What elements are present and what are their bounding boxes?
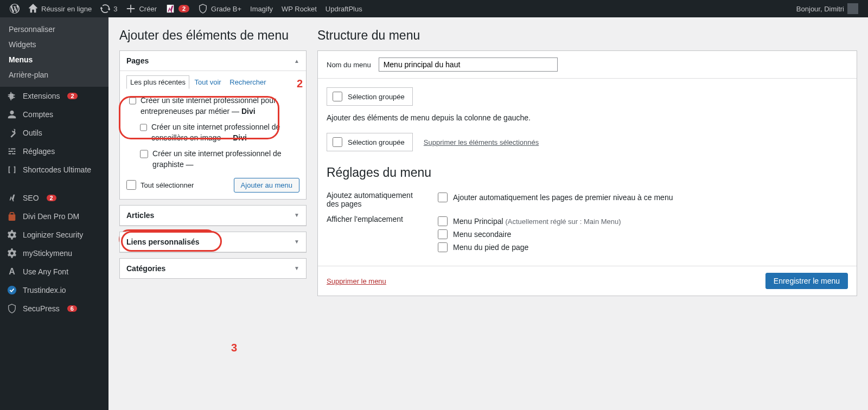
loc-checkbox[interactable] — [438, 216, 448, 226]
page-list[interactable]: Créer un site internet professionnel pou… — [126, 92, 299, 174]
articles-panel-head[interactable]: Articles▼ — [120, 206, 306, 226]
extensions-count: 2 — [67, 93, 77, 99]
pages-panel-head[interactable]: Pages▲ — [120, 51, 306, 71]
sidebar-reglages[interactable]: Réglages — [0, 142, 108, 161]
page-item[interactable]: Créer un site internet professionnel de … — [127, 146, 299, 172]
sidebar-loginizer[interactable]: Loginizer Security — [0, 226, 108, 244]
avatar — [847, 3, 858, 14]
collapse-icon: ▲ — [294, 58, 299, 64]
sidebar-personnaliser[interactable]: Personnaliser — [0, 22, 108, 37]
sidebar-outils[interactable]: Outils — [0, 124, 108, 142]
tab-search[interactable]: Rechercher — [226, 76, 269, 88]
yoast[interactable]: 2 — [161, 0, 194, 17]
loc-checkbox[interactable] — [438, 229, 448, 239]
delete-selected-link[interactable]: Supprimer les éléments sélectionnés — [424, 138, 539, 146]
sidebar-trustindex[interactable]: Trustindex.io — [0, 281, 108, 299]
group-selection-2[interactable]: Sélection groupée — [327, 133, 413, 151]
sidebar-seo[interactable]: SEO2 — [0, 189, 108, 207]
annotation-3: 3 — [231, 342, 237, 354]
sidebar-extensions[interactable]: Extensions2 — [0, 87, 108, 105]
auto-add-label: Ajoutez automatiquement des pages — [327, 191, 422, 208]
loc-option-3[interactable]: Menu du pied de page — [438, 241, 848, 254]
create-label: Créer — [139, 5, 157, 13]
yoast-icon — [165, 4, 175, 14]
gear-icon — [7, 248, 17, 258]
sidebar-shortcodes[interactable]: Shortcodes Ultimate — [0, 161, 108, 179]
categories-panel: Catégories▼ — [119, 258, 307, 279]
admin-sidebar: Personnaliser Widgets Menus Arrière-plan… — [0, 17, 108, 410]
auto-add-checkbox[interactable] — [438, 193, 448, 202]
select-all[interactable]: Tout sélectionner — [126, 180, 194, 190]
pages-panel: Pages▲ Les plus récentes Tout voir Reche… — [119, 50, 307, 200]
page-checkbox[interactable] — [140, 123, 147, 132]
select-all-checkbox[interactable] — [126, 180, 136, 190]
sidebar-arriere-plan[interactable]: Arrière-plan — [0, 67, 108, 82]
loc-option-2[interactable]: Menu secondaire — [438, 228, 848, 241]
tab-recent[interactable]: Les plus récentes — [126, 75, 189, 89]
menu-box: Nom du menu Sélection groupée Ajouter de… — [317, 50, 857, 296]
updates-count: 3 — [113, 5, 117, 13]
hint-text: Ajouter des éléments de menu depuis la c… — [327, 113, 848, 122]
location-label: Afficher l'emplacement — [327, 215, 422, 223]
group-selection[interactable]: Sélection groupée — [327, 87, 413, 106]
loc-option-1[interactable]: Menu Principal (Actuellement réglé sur :… — [438, 215, 848, 228]
page-item[interactable]: Créer un site internet professionnel pou… — [127, 93, 299, 119]
brackets-icon — [7, 165, 17, 175]
site-name: Réussir en ligne — [41, 5, 92, 13]
imagify[interactable]: Imagify — [246, 0, 277, 17]
tab-all[interactable]: Tout voir — [192, 76, 225, 88]
yoast-icon — [7, 193, 17, 203]
grade-label: Grade B+ — [211, 5, 241, 13]
plugin-icon — [7, 91, 17, 101]
group-checkbox[interactable] — [333, 92, 342, 101]
wordpress-icon — [10, 4, 20, 14]
auto-add-option[interactable]: Ajouter automatiquement les pages de pre… — [438, 191, 848, 204]
articles-panel: Articles▼ — [119, 205, 307, 226]
links-panel-head[interactable]: Liens personnalisés▼ — [120, 232, 306, 252]
categories-panel-head[interactable]: Catégories▼ — [120, 259, 306, 278]
save-menu-button[interactable]: Enregistrer le menu — [765, 273, 848, 289]
sidebar-useanyfont[interactable]: AUse Any Font — [0, 262, 108, 281]
structure-title: Structure du menu — [317, 17, 857, 50]
expand-icon: ▼ — [294, 265, 299, 271]
updraft[interactable]: UpdraftPlus — [321, 0, 367, 17]
menu-name-label: Nom du menu — [327, 61, 371, 69]
site-home[interactable]: Réussir en ligne — [24, 0, 96, 17]
sidebar-menus[interactable]: Menus — [0, 52, 108, 67]
page-checkbox[interactable] — [129, 96, 136, 106]
annotation-2: 2 — [297, 78, 303, 90]
updates[interactable]: 3 — [96, 0, 122, 17]
shield-icon — [7, 304, 17, 313]
sidebar-sticky[interactable]: myStickymenu — [0, 244, 108, 262]
bag-icon — [7, 212, 17, 221]
loc-checkbox[interactable] — [438, 242, 448, 252]
shield[interactable]: Grade B+ — [194, 0, 246, 17]
group-checkbox[interactable] — [333, 137, 342, 147]
wp-logo[interactable] — [5, 0, 24, 17]
new-content[interactable]: Créer — [122, 0, 161, 17]
user-icon — [7, 110, 17, 119]
expand-icon: ▼ — [294, 212, 299, 218]
shield-icon — [198, 4, 208, 14]
account[interactable]: Bonjour, Dimitri — [792, 0, 863, 17]
links-panel: Liens personnalisés▼ — [119, 232, 307, 253]
sliders-icon — [7, 146, 17, 156]
add-items-title: Ajouter des éléments de menu — [119, 17, 307, 50]
admin-bar: Réussir en ligne 3 Créer 2 Grade B+ Imag… — [0, 0, 868, 17]
page-item[interactable]: Créer un site internet professionnel de … — [127, 119, 299, 146]
wrench-icon — [7, 128, 17, 138]
sidebar-secupress[interactable]: SecuPress6 — [0, 299, 108, 318]
secupress-count: 6 — [67, 305, 77, 312]
update-icon — [100, 4, 110, 14]
wprocket[interactable]: WP Rocket — [277, 0, 321, 17]
add-to-menu-button[interactable]: Ajouter au menu — [234, 178, 299, 193]
sidebar-comptes[interactable]: Comptes — [0, 105, 108, 124]
page-checkbox[interactable] — [140, 149, 148, 159]
sidebar-widgets[interactable]: Widgets — [0, 37, 108, 52]
check-icon — [7, 285, 17, 295]
yoast-badge: 2 — [178, 5, 189, 12]
menu-name-input[interactable] — [379, 57, 558, 72]
sidebar-dividen[interactable]: Divi Den Pro DM — [0, 207, 108, 226]
delete-menu-link[interactable]: Supprimer le menu — [327, 277, 386, 285]
expand-icon: ▼ — [294, 239, 299, 245]
